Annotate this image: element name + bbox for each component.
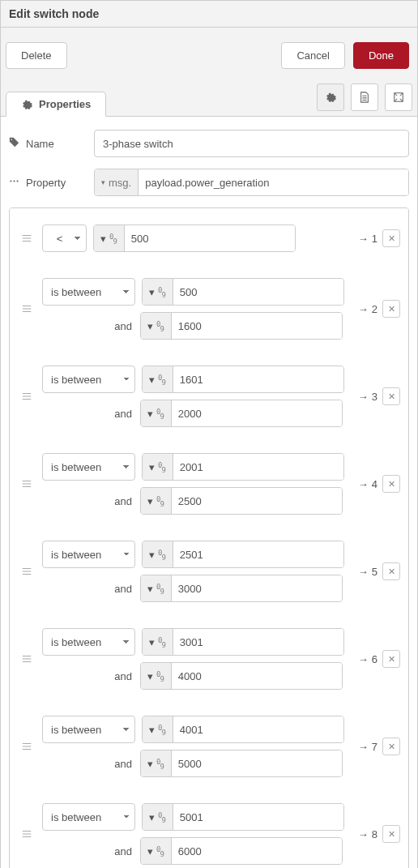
drag-handle-icon[interactable] — [21, 828, 32, 840]
value-field[interactable] — [173, 279, 343, 305]
value-type-selector[interactable]: ▾ — [94, 225, 125, 251]
delete-button[interactable]: Delete — [6, 42, 67, 69]
rule-operator-select[interactable]: is between — [42, 628, 135, 656]
value-input[interactable]: ▾ — [142, 453, 344, 481]
property-label-text: Property — [26, 177, 66, 189]
name-field[interactable] — [94, 130, 409, 157]
value-input[interactable]: ▾ — [140, 837, 343, 865]
rule-output-label: → 5 — [358, 566, 377, 578]
node-description-button[interactable] — [351, 83, 378, 111]
value-input[interactable]: ▾ — [140, 662, 343, 690]
delete-rule-button[interactable]: ✕ — [382, 475, 400, 493]
number-type-icon — [156, 496, 164, 507]
value-input[interactable]: ▾ — [140, 312, 343, 340]
rule-output-label: → 4 — [358, 478, 377, 490]
value-type-selector[interactable]: ▾ — [143, 454, 173, 480]
caret-down-icon: ▾ — [147, 320, 153, 332]
rule-operator-select[interactable]: is between — [42, 453, 135, 481]
drag-handle-icon[interactable] — [21, 233, 32, 244]
drag-handle-icon[interactable] — [21, 391, 32, 402]
value-field[interactable] — [173, 454, 343, 480]
value-input[interactable]: ▾ — [140, 487, 343, 515]
value-field[interactable] — [173, 366, 343, 392]
value-input[interactable]: ▾ — [142, 541, 344, 568]
node-settings-button[interactable] — [317, 83, 344, 111]
value-type-selector[interactable]: ▾ — [141, 400, 172, 426]
value-type-selector[interactable]: ▾ — [141, 663, 172, 689]
delete-rule-button[interactable]: ✕ — [382, 825, 400, 843]
value-type-selector[interactable]: ▾ — [141, 750, 172, 776]
and-label: and — [42, 583, 134, 595]
value-input[interactable]: ▾ — [142, 628, 344, 656]
value-type-selector[interactable]: ▾ — [143, 541, 173, 567]
rule-output-label: → 1 — [358, 233, 377, 245]
value-field[interactable] — [172, 313, 342, 339]
drag-handle-icon[interactable] — [21, 566, 32, 577]
value-type-selector[interactable]: ▾ — [141, 488, 172, 514]
property-input[interactable]: ▾ msg. — [94, 169, 409, 196]
delete-rule-button[interactable]: ✕ — [382, 562, 400, 580]
value-input[interactable]: ▾ — [142, 803, 344, 831]
value-field[interactable] — [172, 663, 342, 689]
rule-row: is between▾and▾→ 7✕ — [18, 711, 400, 782]
value-field[interactable] — [172, 400, 342, 426]
delete-rule-button[interactable]: ✕ — [382, 229, 400, 247]
value-input[interactable]: ▾ — [140, 575, 343, 602]
delete-rule-button[interactable]: ✕ — [382, 300, 400, 318]
value-field[interactable] — [172, 750, 342, 776]
value-field[interactable] — [173, 629, 343, 655]
number-type-icon — [158, 549, 166, 560]
value-field[interactable] — [173, 804, 343, 830]
property-value-field[interactable] — [139, 169, 408, 195]
value-field[interactable] — [172, 575, 342, 601]
done-button[interactable]: Done — [353, 42, 409, 69]
rule-output-label: → 6 — [358, 653, 377, 665]
property-type-selector[interactable]: ▾ msg. — [95, 169, 139, 195]
drag-handle-icon[interactable] — [21, 653, 32, 665]
dialog-buttons: Delete Cancel Done — [1, 28, 417, 83]
drag-handle-icon[interactable] — [21, 478, 32, 490]
value-field[interactable] — [172, 838, 342, 864]
value-input[interactable]: ▾ — [142, 716, 344, 743]
value-type-selector[interactable]: ▾ — [143, 804, 173, 830]
value-type-selector[interactable]: ▾ — [143, 279, 173, 305]
value-field[interactable] — [172, 488, 342, 514]
value-type-selector[interactable]: ▾ — [141, 313, 172, 339]
value-field[interactable] — [173, 716, 343, 742]
rule-operator-select[interactable]: < — [42, 224, 87, 252]
value-input[interactable]: ▾ — [142, 366, 344, 393]
value-type-selector[interactable]: ▾ — [141, 575, 172, 601]
value-input[interactable]: ▾ — [140, 750, 343, 777]
value-input[interactable]: ▾ — [140, 400, 343, 427]
value-type-selector[interactable]: ▾ — [143, 366, 173, 392]
value-field[interactable] — [173, 541, 343, 567]
rule-row: is between▾and▾→ 4✕ — [18, 448, 400, 520]
value-type-selector[interactable]: ▾ — [141, 838, 172, 864]
name-label: Name — [9, 137, 86, 150]
number-type-icon — [158, 725, 166, 735]
delete-rule-button[interactable]: ✕ — [382, 738, 400, 755]
editor-tabs: Properties — [1, 83, 417, 117]
delete-rule-button[interactable]: ✕ — [382, 387, 400, 405]
and-label: and — [42, 758, 134, 770]
gear-icon — [21, 99, 32, 110]
delete-rule-button[interactable]: ✕ — [382, 650, 400, 668]
rule-operator-select[interactable]: is between — [42, 366, 135, 393]
rule-operator-select[interactable]: is between — [42, 716, 135, 743]
value-input[interactable]: ▾ — [93, 224, 296, 252]
rule-operator-select[interactable]: is between — [42, 803, 135, 831]
rules-list[interactable]: <▾→ 1✕is between▾and▾→ 2✕is between▾and▾… — [9, 207, 409, 868]
node-appearance-button[interactable] — [385, 83, 412, 111]
tab-properties[interactable]: Properties — [6, 92, 106, 117]
value-field[interactable] — [125, 225, 295, 251]
drag-handle-icon[interactable] — [21, 303, 32, 314]
value-input[interactable]: ▾ — [142, 278, 344, 306]
rule-row: is between▾and▾→ 2✕ — [18, 273, 400, 344]
caret-down-icon: ▾ — [149, 724, 155, 736]
value-type-selector[interactable]: ▾ — [143, 629, 173, 655]
value-type-selector[interactable]: ▾ — [143, 716, 173, 742]
drag-handle-icon[interactable] — [21, 741, 32, 752]
cancel-button[interactable]: Cancel — [281, 42, 344, 69]
rule-operator-select[interactable]: is between — [42, 541, 135, 568]
rule-operator-select[interactable]: is between — [42, 278, 135, 306]
